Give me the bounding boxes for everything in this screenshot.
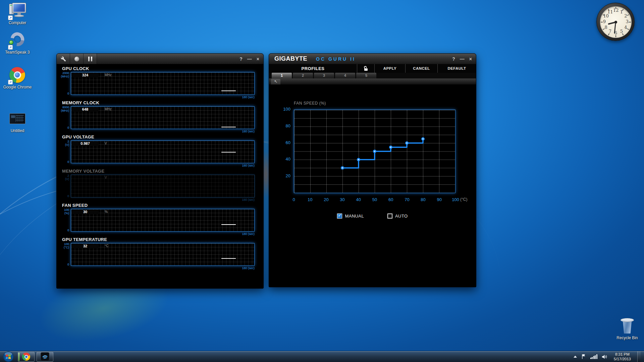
chrome-icon: ↗ — [9, 67, 26, 84]
axis-max-label: 8000 — [62, 106, 69, 109]
close-button[interactable]: × — [257, 57, 259, 61]
value-unit: V — [105, 141, 107, 145]
apply-button[interactable]: APPLY — [374, 64, 405, 73]
unlock-icon — [364, 66, 368, 71]
current-value: 0.987 — [72, 141, 99, 146]
trace-line — [221, 258, 236, 259]
record-button[interactable] — [70, 54, 84, 64]
close-button[interactable]: × — [469, 57, 472, 61]
tray-clock[interactable]: 8:31 PM 5/17/2013 — [612, 352, 633, 361]
start-button[interactable] — [1, 352, 16, 362]
time-axis-label: 180 (sec) — [57, 164, 255, 167]
taskbar-ocguru-button[interactable] — [37, 352, 53, 362]
time-axis-label: 180 (sec) — [57, 130, 255, 133]
settings-wrench-button[interactable] — [57, 54, 70, 64]
profile-tab-5[interactable]: 5 — [356, 73, 376, 78]
gigabyte-logo: GIGABYTE — [269, 55, 307, 62]
manual-checkbox[interactable] — [337, 214, 342, 219]
fan-curve-line[interactable] — [294, 110, 455, 193]
y-tick-label: 20 — [279, 173, 290, 178]
desktop-icon-computer[interactable]: ↗ Computer — [2, 3, 33, 25]
profile-tab-4[interactable]: 4 — [335, 73, 355, 78]
x-tick-label: 50 — [369, 197, 380, 202]
y-tick-label: 80 — [279, 123, 290, 128]
monitor-section-gpu-clock: GPU CLOCK 2000(MHz) 0 324 MHz 180 (sec) — [57, 66, 263, 99]
axis-max-label: 100 — [64, 208, 69, 212]
trace-line — [221, 127, 236, 127]
clock-tick — [615, 35, 616, 37]
axis-unit-label: (V) — [65, 143, 69, 146]
auto-checkbox[interactable] — [387, 214, 392, 219]
value-unit: V — [105, 176, 107, 179]
value-unit: °C — [105, 244, 108, 248]
axis-unit-label: (MHz) — [61, 109, 69, 112]
value-unit: MHz — [105, 107, 112, 111]
back-arrow-tab[interactable]: ↖ — [271, 79, 280, 84]
graph-panel: 324 MHz — [71, 72, 255, 95]
desktop-icon-label: Computer — [2, 20, 33, 25]
cancel-button[interactable]: CANCEL — [405, 64, 437, 73]
minimize-button[interactable]: — — [460, 57, 465, 61]
chart-plot-area[interactable] — [294, 110, 455, 193]
clock-gadget[interactable]: 123456789101112 — [596, 3, 635, 41]
oc-guru-window: GIGABYTE OC GURU II ? — × PROFILES APPLY… — [269, 53, 476, 287]
axis-unit-label: (MHz) — [61, 75, 69, 78]
show-hidden-icons-button[interactable] — [574, 356, 577, 358]
shortcut-arrow-icon: ↗ — [8, 80, 13, 84]
show-desktop-button[interactable] — [637, 351, 641, 362]
axis-unit-label: (V) — [65, 177, 69, 181]
desktop-icon-untitled[interactable]: Untitled — [2, 111, 33, 133]
x-axis-unit: (°C) — [460, 197, 467, 202]
x-tick-label: 90 — [434, 197, 445, 202]
pause-button[interactable] — [84, 54, 97, 64]
section-title: GPU CLOCK — [62, 66, 263, 71]
graph-panel: 648 MHz — [71, 106, 255, 129]
axis-min-label: 0 — [67, 263, 69, 266]
manual-label: MANUAL — [345, 214, 364, 219]
time-axis-label: 180 (sec) — [57, 96, 255, 99]
clock-tick — [615, 7, 616, 9]
system-tray: 8:31 PM 5/17/2013 — [574, 351, 644, 362]
desktop-icon-label: TeamSpeak 3 — [2, 50, 33, 55]
graph-panel: 32 °C — [71, 243, 255, 266]
clock-numeral: 5 — [619, 29, 624, 34]
clock-face: 123456789101112 — [600, 6, 632, 38]
default-button[interactable]: DEFAULT — [437, 64, 476, 73]
value-unit: % — [105, 210, 108, 214]
profile-tab-2[interactable]: 2 — [293, 73, 313, 78]
manual-mode-option[interactable]: MANUAL — [337, 214, 364, 219]
axis-min-label: 0 — [67, 194, 69, 198]
x-tick-label: 70 — [401, 197, 412, 202]
profile-tab-3[interactable]: 3 — [314, 73, 334, 78]
clock-numeral: 8 — [603, 25, 609, 30]
monitor-section-fan-speed: FAN SPEED 100(%) 0 30 % 180 (sec) — [57, 203, 263, 236]
section-title: MEMORY CLOCK — [62, 100, 263, 105]
desktop-icon-label: Recycle Bin — [612, 336, 643, 340]
taskbar-chrome-button[interactable] — [18, 352, 35, 362]
record-icon — [74, 57, 79, 61]
x-tick-label: 10 — [305, 197, 315, 202]
tray-time: 8:31 PM — [614, 352, 631, 357]
auto-mode-option[interactable]: AUTO — [387, 214, 408, 219]
help-button[interactable]: ? — [452, 57, 455, 61]
trace-line — [221, 90, 236, 91]
desktop-icon-chrome[interactable]: ↗ Google Chrome — [2, 67, 33, 89]
trace-line — [221, 152, 236, 153]
time-axis-label: 180 (sec) — [57, 232, 255, 236]
lock-button[interactable] — [357, 64, 374, 73]
x-tick-label: 60 — [385, 197, 396, 202]
desktop-icon-recycle-bin[interactable]: Recycle Bin — [612, 317, 643, 340]
action-center-flag-icon[interactable] — [581, 354, 586, 359]
minimize-button[interactable]: — — [247, 57, 252, 61]
help-button[interactable]: ? — [239, 57, 243, 61]
clock-tick — [629, 22, 631, 22]
chart-y-axis-title: FAN SPEED (%) — [294, 101, 326, 106]
volume-icon[interactable] — [602, 354, 607, 359]
profile-tab-1[interactable]: 1 — [272, 73, 292, 78]
oc-guru-icon — [41, 352, 49, 361]
desktop-icon-teamspeak[interactable]: ↗ TeamSpeak 3 — [2, 32, 33, 55]
axis-max-label: 2 — [67, 140, 69, 143]
profile-tabs: 1 2 3 4 5 — [269, 73, 476, 78]
axis-unit-label: (%) — [64, 212, 69, 215]
network-icon[interactable] — [590, 354, 597, 359]
